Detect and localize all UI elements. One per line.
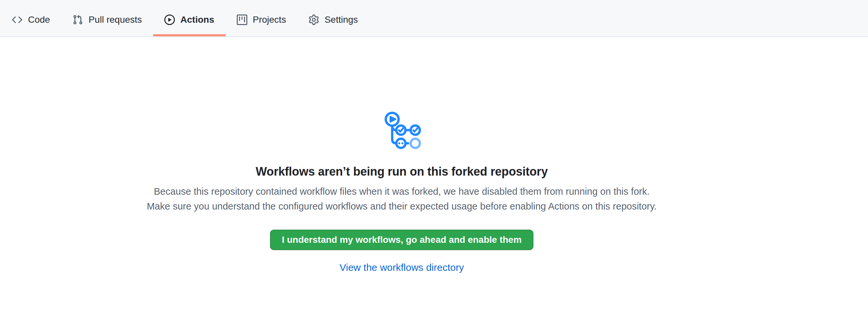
actions-blankslate: Workflows aren’t being run on this forke…	[0, 37, 803, 273]
tab-pull-requests[interactable]: Pull requests	[61, 3, 153, 36]
code-icon	[12, 14, 22, 25]
enable-workflows-button[interactable]: I understand my workflows, go ahead and …	[270, 229, 533, 250]
tab-label: Actions	[181, 15, 214, 24]
tab-label: Code	[28, 15, 50, 24]
tab-label: Projects	[253, 15, 286, 24]
gear-icon	[309, 14, 319, 25]
project-icon	[237, 14, 247, 25]
blankslate-description: Because this repository contained workfl…	[128, 184, 675, 214]
tab-projects[interactable]: Projects	[225, 3, 297, 36]
blankslate-heading: Workflows aren’t being run on this forke…	[255, 164, 548, 179]
workflow-graph-icon	[382, 111, 422, 150]
tab-actions[interactable]: Actions	[153, 3, 225, 36]
tab-label: Settings	[325, 15, 358, 24]
tab-code[interactable]: Code	[1, 3, 61, 36]
play-icon	[164, 14, 175, 25]
tab-label: Pull requests	[89, 15, 142, 24]
git-pull-request-icon	[72, 14, 83, 25]
repo-tab-bar: Code Pull requests Actions Projects Sett…	[0, 0, 868, 37]
tab-settings[interactable]: Settings	[297, 3, 369, 36]
workflows-directory-link[interactable]: View the workflows directory	[340, 262, 464, 273]
